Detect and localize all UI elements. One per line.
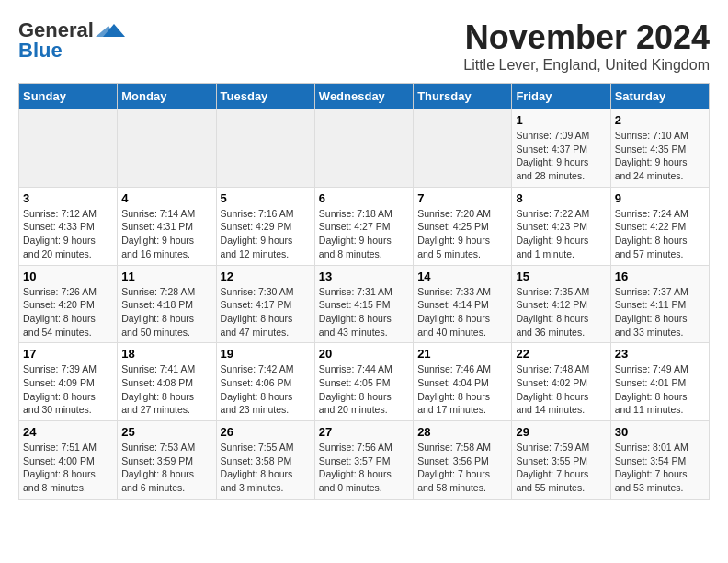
day-number: 19	[221, 347, 311, 361]
day-number: 6	[319, 191, 409, 205]
day-number: 3	[23, 191, 113, 205]
calendar-cell: 2Sunrise: 7:10 AM Sunset: 4:35 PM Daylig…	[610, 109, 709, 188]
day-number: 24	[23, 425, 113, 439]
calendar-cell: 21Sunrise: 7:46 AM Sunset: 4:04 PM Dayli…	[414, 343, 512, 421]
calendar-cell	[414, 109, 512, 188]
day-number: 8	[516, 191, 606, 205]
day-info: Sunrise: 7:42 AM Sunset: 4:06 PM Dayligh…	[221, 362, 311, 417]
calendar-cell: 13Sunrise: 7:31 AM Sunset: 4:15 PM Dayli…	[314, 265, 413, 343]
day-info: Sunrise: 7:37 AM Sunset: 4:11 PM Dayligh…	[615, 285, 705, 339]
day-info: Sunrise: 7:46 AM Sunset: 4:04 PM Dayligh…	[417, 362, 507, 417]
day-info: Sunrise: 7:14 AM Sunset: 4:31 PM Dayligh…	[121, 207, 211, 261]
day-info: Sunrise: 7:44 AM Sunset: 4:05 PM Dayligh…	[319, 362, 409, 417]
day-header-wednesday: Wednesday	[314, 84, 413, 109]
day-number: 22	[516, 347, 606, 361]
calendar-cell: 8Sunrise: 7:22 AM Sunset: 4:23 PM Daylig…	[512, 187, 610, 265]
day-number: 14	[417, 270, 507, 283]
day-info: Sunrise: 7:55 AM Sunset: 3:58 PM Dayligh…	[221, 441, 311, 495]
day-info: Sunrise: 7:59 AM Sunset: 3:55 PM Dayligh…	[516, 441, 606, 495]
day-header-thursday: Thursday	[414, 84, 512, 109]
calendar-week-row: 17Sunrise: 7:39 AM Sunset: 4:09 PM Dayli…	[19, 343, 710, 421]
calendar-cell: 1Sunrise: 7:09 AM Sunset: 4:37 PM Daylig…	[512, 109, 610, 188]
day-header-sunday: Sunday	[19, 84, 118, 109]
calendar-table: SundayMondayTuesdayWednesdayThursdayFrid…	[18, 83, 710, 500]
day-info: Sunrise: 7:48 AM Sunset: 4:02 PM Dayligh…	[516, 362, 606, 417]
day-number: 1	[516, 113, 606, 127]
day-info: Sunrise: 7:35 AM Sunset: 4:12 PM Dayligh…	[516, 285, 606, 339]
calendar-cell	[19, 109, 118, 188]
day-number: 4	[121, 191, 211, 205]
day-number: 28	[417, 425, 507, 439]
page-title: November 2024	[463, 18, 710, 57]
day-number: 11	[121, 270, 211, 283]
calendar-cell: 29Sunrise: 7:59 AM Sunset: 3:55 PM Dayli…	[512, 421, 610, 500]
day-number: 26	[221, 425, 311, 439]
day-info: Sunrise: 7:28 AM Sunset: 4:18 PM Dayligh…	[121, 285, 211, 339]
calendar-cell: 19Sunrise: 7:42 AM Sunset: 4:06 PM Dayli…	[216, 343, 314, 421]
calendar-cell: 7Sunrise: 7:20 AM Sunset: 4:25 PM Daylig…	[414, 187, 512, 265]
day-info: Sunrise: 7:09 AM Sunset: 4:37 PM Dayligh…	[516, 129, 606, 183]
calendar-cell	[314, 109, 413, 188]
day-number: 27	[319, 425, 409, 439]
day-number: 18	[121, 347, 211, 361]
calendar-cell: 28Sunrise: 7:58 AM Sunset: 3:56 PM Dayli…	[414, 421, 512, 500]
day-info: Sunrise: 7:49 AM Sunset: 4:01 PM Dayligh…	[615, 362, 705, 417]
day-info: Sunrise: 7:12 AM Sunset: 4:33 PM Dayligh…	[23, 207, 113, 261]
day-number: 13	[319, 270, 409, 283]
day-info: Sunrise: 7:33 AM Sunset: 4:14 PM Dayligh…	[417, 285, 507, 339]
calendar-cell: 12Sunrise: 7:30 AM Sunset: 4:17 PM Dayli…	[216, 265, 314, 343]
calendar-cell: 30Sunrise: 8:01 AM Sunset: 3:54 PM Dayli…	[610, 421, 709, 500]
day-info: Sunrise: 7:10 AM Sunset: 4:35 PM Dayligh…	[615, 129, 705, 183]
calendar-cell: 17Sunrise: 7:39 AM Sunset: 4:09 PM Dayli…	[19, 343, 118, 421]
logo: General Blue	[18, 18, 125, 63]
day-info: Sunrise: 7:18 AM Sunset: 4:27 PM Dayligh…	[319, 207, 409, 261]
calendar-week-row: 10Sunrise: 7:26 AM Sunset: 4:20 PM Dayli…	[19, 265, 710, 343]
day-number: 15	[516, 270, 606, 283]
day-number: 9	[615, 191, 705, 205]
calendar-cell: 14Sunrise: 7:33 AM Sunset: 4:14 PM Dayli…	[414, 265, 512, 343]
day-info: Sunrise: 7:30 AM Sunset: 4:17 PM Dayligh…	[221, 285, 311, 339]
calendar-header-row: SundayMondayTuesdayWednesdayThursdayFrid…	[19, 84, 710, 109]
day-number: 29	[516, 425, 606, 439]
calendar-cell: 23Sunrise: 7:49 AM Sunset: 4:01 PM Dayli…	[610, 343, 709, 421]
calendar-cell: 26Sunrise: 7:55 AM Sunset: 3:58 PM Dayli…	[216, 421, 314, 500]
day-number: 30	[615, 425, 705, 439]
calendar-cell: 3Sunrise: 7:12 AM Sunset: 4:33 PM Daylig…	[19, 187, 118, 265]
day-info: Sunrise: 7:56 AM Sunset: 3:57 PM Dayligh…	[319, 441, 409, 495]
day-info: Sunrise: 7:31 AM Sunset: 4:15 PM Dayligh…	[319, 285, 409, 339]
page-subtitle: Little Lever, England, United Kingdom	[463, 57, 710, 74]
calendar-cell: 20Sunrise: 7:44 AM Sunset: 4:05 PM Dayli…	[314, 343, 413, 421]
day-number: 5	[221, 191, 311, 205]
calendar-week-row: 24Sunrise: 7:51 AM Sunset: 4:00 PM Dayli…	[19, 421, 710, 500]
day-number: 23	[615, 347, 705, 361]
day-number: 12	[221, 270, 311, 283]
day-number: 20	[319, 347, 409, 361]
day-info: Sunrise: 7:39 AM Sunset: 4:09 PM Dayligh…	[23, 362, 113, 417]
header: General Blue November 2024 Little Lever,…	[18, 18, 710, 74]
calendar-week-row: 3Sunrise: 7:12 AM Sunset: 4:33 PM Daylig…	[19, 187, 710, 265]
day-info: Sunrise: 7:22 AM Sunset: 4:23 PM Dayligh…	[516, 207, 606, 261]
day-info: Sunrise: 7:16 AM Sunset: 4:29 PM Dayligh…	[221, 207, 311, 261]
calendar-cell: 4Sunrise: 7:14 AM Sunset: 4:31 PM Daylig…	[118, 187, 216, 265]
day-header-tuesday: Tuesday	[216, 84, 314, 109]
day-info: Sunrise: 7:20 AM Sunset: 4:25 PM Dayligh…	[417, 207, 507, 261]
day-number: 16	[615, 270, 705, 283]
calendar-cell: 5Sunrise: 7:16 AM Sunset: 4:29 PM Daylig…	[216, 187, 314, 265]
day-number: 2	[615, 113, 705, 127]
day-number: 21	[417, 347, 507, 361]
calendar-cell: 22Sunrise: 7:48 AM Sunset: 4:02 PM Dayli…	[512, 343, 610, 421]
calendar-cell: 11Sunrise: 7:28 AM Sunset: 4:18 PM Dayli…	[118, 265, 216, 343]
day-header-friday: Friday	[512, 84, 610, 109]
title-area: November 2024 Little Lever, England, Uni…	[463, 18, 710, 74]
calendar-cell: 10Sunrise: 7:26 AM Sunset: 4:20 PM Dayli…	[19, 265, 118, 343]
calendar-cell: 15Sunrise: 7:35 AM Sunset: 4:12 PM Dayli…	[512, 265, 610, 343]
logo-icon	[96, 20, 125, 40]
day-info: Sunrise: 8:01 AM Sunset: 3:54 PM Dayligh…	[615, 441, 705, 495]
day-number: 17	[23, 347, 113, 361]
day-number: 25	[121, 425, 211, 439]
logo-blue-text: Blue	[18, 39, 63, 63]
day-info: Sunrise: 7:26 AM Sunset: 4:20 PM Dayligh…	[23, 285, 113, 339]
day-info: Sunrise: 7:24 AM Sunset: 4:22 PM Dayligh…	[615, 207, 705, 261]
calendar-cell	[118, 109, 216, 188]
day-header-monday: Monday	[118, 84, 216, 109]
